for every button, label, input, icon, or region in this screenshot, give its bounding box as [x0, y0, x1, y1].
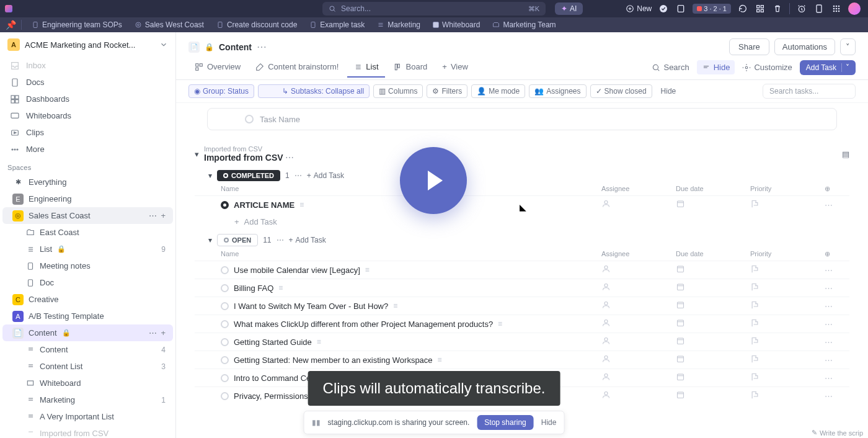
task-row[interactable]: Billing FAQ≡ ⋯ [195, 279, 849, 297]
doc-doc[interactable]: Doc [2, 274, 173, 291]
more-icon[interactable]: ⋯ [825, 391, 849, 401]
assignee-cell[interactable] [601, 318, 676, 329]
nav-whiteboards[interactable]: Whiteboards [0, 107, 175, 124]
apps-icon[interactable] [831, 3, 842, 14]
list-very-important[interactable]: A Very Important List [2, 408, 173, 425]
more-icon[interactable]: ⋯ [285, 153, 294, 163]
filter-subtasks[interactable]: ↳ Subtasks: Collapse all [258, 84, 370, 98]
tab-engineering-sops[interactable]: Engineering team SOPs [27, 19, 127, 30]
filter-show-closed[interactable]: ✓ Show closed [590, 84, 652, 98]
board-icon[interactable]: ▤ [842, 150, 849, 159]
trash-icon[interactable] [772, 3, 783, 14]
assignee-cell[interactable] [601, 300, 676, 311]
nav-dashboards[interactable]: Dashboards [0, 91, 175, 107]
search-tasks-input[interactable]: Search tasks... [763, 84, 856, 99]
task-row[interactable]: ARTICLE NAME ≡ ⋯ [195, 195, 849, 213]
priority-cell[interactable] [750, 199, 825, 210]
add-view[interactable]: +View [436, 57, 474, 78]
priority-cell[interactable] [750, 354, 825, 365]
tab-whiteboard[interactable]: Whiteboard [428, 19, 485, 30]
ai-button[interactable]: ✦ AI [555, 2, 583, 15]
list-imported-csv[interactable]: Imported from CSV [2, 425, 173, 438]
due-date-cell[interactable] [676, 264, 750, 275]
filter-assignees[interactable]: 👥 Assignees [529, 84, 586, 98]
task-row[interactable]: Use mobile Calendar view [Legacy]≡ ⋯ [195, 261, 849, 279]
space-creative[interactable]: CCreative [2, 291, 173, 308]
task-row[interactable]: Getting Started: New member to an existi… [195, 351, 849, 369]
assignee-cell[interactable] [601, 282, 676, 293]
priority-cell[interactable] [750, 318, 825, 329]
recording-counter[interactable]: 3 · 2 · 1 [693, 4, 731, 14]
add-task-link[interactable]: + Add Task [307, 171, 344, 180]
assignee-cell[interactable] [601, 372, 676, 383]
space-ab-testing[interactable]: AA/B Testing Template [2, 308, 173, 324]
list-content[interactable]: Content4 [2, 341, 173, 358]
more-icon[interactable]: ⋯ [825, 337, 849, 347]
more-icon[interactable]: ⋯ [257, 41, 267, 53]
pin-icon[interactable]: 📌 [5, 20, 16, 30]
assignee-cell[interactable] [601, 264, 676, 275]
user-avatar[interactable] [848, 2, 861, 15]
space-everything[interactable]: ✱Everything [2, 174, 173, 190]
more-icon[interactable]: ⋯ [825, 302, 849, 311]
add-task-row[interactable]: + Add Task [195, 213, 849, 230]
status-circle-icon[interactable] [221, 266, 229, 274]
view-brainstorm[interactable]: Content brainstorm! [249, 57, 345, 78]
status-circle-icon[interactable] [221, 201, 229, 209]
workspace-switcher[interactable]: A ACME Marketing and Rocket... [0, 32, 175, 57]
alarm-icon[interactable] [796, 3, 807, 14]
doc-icon[interactable] [813, 3, 825, 14]
status-badge-completed[interactable]: COMPLETED [217, 170, 280, 181]
toolbar-search[interactable]: Search [647, 60, 694, 74]
stop-sharing-button[interactable]: Stop sharing [477, 415, 533, 430]
clip-play-button[interactable] [400, 147, 467, 214]
tab-sales-west[interactable]: Sales West Coast [130, 19, 209, 30]
priority-cell[interactable] [750, 390, 825, 401]
filter-group[interactable]: ◉ Group: Status [188, 84, 254, 98]
filter-hide[interactable]: Hide [656, 85, 681, 97]
add-column-icon[interactable]: ⊕ [825, 250, 849, 258]
task-row[interactable]: Getting Started Guide≡ ⋯ [195, 333, 849, 351]
add-column-icon[interactable]: ⊕ [825, 185, 849, 193]
status-circle-icon[interactable] [221, 338, 229, 346]
automations-button[interactable]: Automations [774, 38, 835, 55]
nav-inbox[interactable]: Inbox [0, 57, 175, 74]
more-icon[interactable]: ⋯ [277, 236, 284, 244]
more-icon[interactable]: ⋯ [294, 171, 302, 180]
whiteboard-item[interactable]: Whiteboard [2, 375, 173, 391]
due-date-cell[interactable] [676, 372, 750, 383]
status-circle-icon[interactable] [221, 392, 229, 400]
status-circle-icon[interactable] [221, 302, 229, 310]
nav-more[interactable]: More [0, 141, 175, 158]
filter-filters[interactable]: ⚙ Filters [427, 84, 467, 98]
global-search[interactable]: Search... ⌘K [322, 2, 546, 16]
space-engineering[interactable]: EEngineering [2, 190, 173, 207]
tab-discount[interactable]: Create discount code [211, 19, 302, 30]
notepad-icon[interactable] [675, 3, 686, 14]
status-badge-open[interactable]: OPEN [217, 234, 258, 246]
filter-columns[interactable]: ▥ Columns [373, 84, 423, 98]
hide-sharebar-button[interactable]: Hide [541, 418, 557, 427]
space-content[interactable]: 📄Content🔒⋯+ [2, 324, 173, 341]
refresh-icon[interactable] [737, 3, 748, 14]
assignee-cell[interactable] [601, 354, 676, 365]
priority-cell[interactable] [750, 264, 825, 275]
more-icon[interactable]: ⋯ [825, 200, 849, 210]
due-date-cell[interactable] [676, 390, 750, 401]
share-button[interactable]: Share [729, 38, 769, 55]
due-date-cell[interactable] [676, 318, 750, 329]
automations-dropdown[interactable]: ˅ [840, 38, 856, 55]
toolbar-hide[interactable]: Hide [697, 60, 735, 74]
more-icon[interactable]: ⋯ [149, 211, 157, 220]
more-icon[interactable]: ⋯ [149, 328, 157, 337]
assignee-cell[interactable] [601, 390, 676, 401]
status-circle-icon[interactable] [221, 356, 229, 364]
space-sales-east[interactable]: ◎Sales East Coast⋯+ [2, 207, 173, 224]
collapse-icon[interactable]: ▾ [195, 150, 199, 159]
view-board[interactable]: Board [388, 57, 434, 78]
new-button[interactable]: New [626, 4, 652, 13]
collapse-icon[interactable]: ▾ [208, 236, 212, 244]
list-marketing[interactable]: Marketing1 [2, 391, 173, 408]
toolbar-customize[interactable]: Customize [737, 60, 797, 74]
more-icon[interactable]: ⋯ [825, 266, 849, 275]
